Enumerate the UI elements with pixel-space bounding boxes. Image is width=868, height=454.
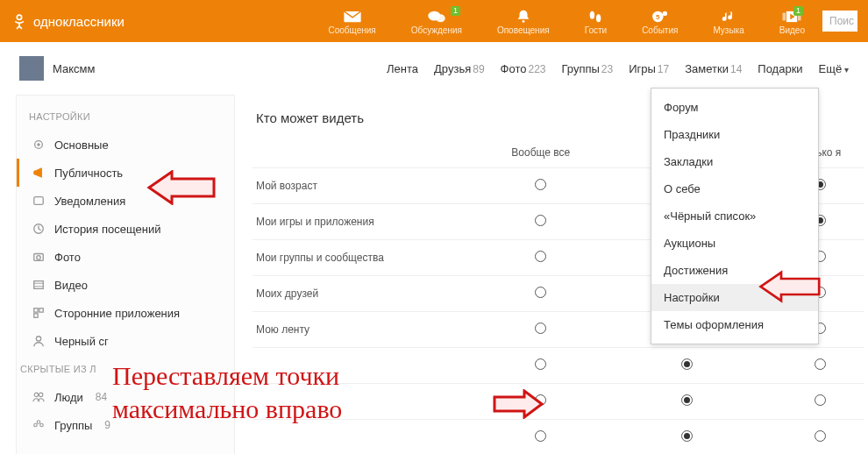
svg-point-0	[17, 15, 21, 19]
nav-events[interactable]: 5 События	[642, 10, 678, 35]
radio-option[interactable]	[815, 430, 826, 442]
radio-option[interactable]	[815, 358, 826, 370]
radio-option[interactable]	[535, 251, 546, 262]
brand-text: одноклассники	[33, 14, 125, 29]
tab-more[interactable]: Ещё	[819, 62, 849, 75]
dropdown-item[interactable]: Закладки	[651, 148, 818, 175]
sidebar-item-apps[interactable]: Сторонние приложения	[17, 299, 234, 327]
svg-point-9	[662, 11, 666, 16]
svg-point-23	[36, 337, 40, 341]
tab-groups[interactable]: Группы23	[562, 62, 614, 75]
sidebar-item-history[interactable]: История посещений	[17, 215, 234, 243]
radio-option[interactable]	[681, 394, 693, 406]
svg-point-26	[37, 421, 40, 424]
top-nav: Сообщения 1 Обсуждения Оповещения Гости …	[329, 7, 805, 35]
nav-messages[interactable]: Сообщения	[329, 10, 376, 35]
badge: 1	[793, 6, 803, 16]
radio-option[interactable]	[535, 215, 546, 226]
sidebar-item-basic[interactable]: Основные	[17, 131, 234, 159]
svg-rect-20	[34, 309, 38, 312]
nav-label: Музыка	[713, 25, 743, 35]
radio-option[interactable]	[681, 358, 693, 370]
svg-point-18	[37, 256, 40, 259]
svg-point-5	[590, 11, 594, 19]
radio-option[interactable]	[535, 179, 546, 190]
dropdown-item[interactable]: «Чёрный список»	[651, 202, 818, 230]
radio-option[interactable]	[535, 323, 546, 334]
svg-point-24	[34, 393, 38, 396]
nav-guests[interactable]: Гости	[585, 10, 607, 35]
dropdown-item[interactable]: Достижения	[651, 257, 818, 284]
dropdown-item[interactable]: О себе	[651, 175, 818, 202]
sidebar-item-notifications[interactable]: Уведомления	[17, 187, 234, 215]
user-tabs-row: Максмм Лента Друзья89 Фото223 Группы23 И…	[0, 42, 868, 95]
sidebar-item-blacklist[interactable]: Черный сг	[17, 327, 234, 355]
sidebar-item-photo[interactable]: Фото	[17, 243, 234, 271]
tab-feed[interactable]: Лента	[387, 62, 418, 75]
radio-option[interactable]	[535, 394, 546, 406]
dropdown-item[interactable]: Настройки	[651, 284, 818, 311]
profile-link[interactable]: Максмм	[19, 56, 95, 81]
user-name: Максмм	[53, 62, 95, 75]
sidebar-item-hidden-groups[interactable]: Группы9	[17, 411, 234, 439]
privacy-row-label	[253, 348, 483, 384]
sidebar-item-video[interactable]: Видео	[17, 271, 234, 299]
nav-label: Видео	[779, 25, 805, 35]
nav-label: Обсуждения	[411, 25, 462, 35]
groups-icon	[32, 418, 46, 432]
dropdown-item[interactable]: Аукционы	[651, 230, 818, 257]
search-input[interactable]: Поис	[822, 11, 857, 32]
tab-games[interactable]: Игры17	[629, 62, 669, 75]
dropdown-item[interactable]: Темы оформления	[651, 311, 818, 338]
radio-option[interactable]	[535, 430, 546, 442]
badge: 1	[451, 6, 460, 16]
svg-rect-22	[34, 314, 38, 317]
radio-option[interactable]	[535, 358, 546, 370]
nav-discussions[interactable]: 1 Обсуждения	[411, 10, 462, 35]
privacy-row-label	[253, 420, 483, 455]
privacy-row-label: Моих друзей	[253, 276, 483, 312]
privacy-row	[253, 348, 864, 384]
sidebar-item-publicity[interactable]: Публичность	[17, 159, 234, 187]
tab-friends[interactable]: Друзья89	[434, 62, 485, 75]
events-icon: 5	[651, 10, 670, 24]
privacy-row-label: Мои игры и приложения	[253, 204, 483, 240]
svg-point-4	[522, 20, 524, 23]
tab-notes[interactable]: Заметки14	[685, 62, 742, 75]
bell-icon	[514, 10, 533, 24]
nav-music[interactable]: Музыка	[713, 10, 743, 35]
sidebar-heading-2: СКРЫТЫЕ ИЗ Л	[17, 355, 234, 383]
svg-point-14	[38, 144, 40, 146]
megaphone-icon	[32, 166, 46, 180]
bell-small-icon	[32, 194, 46, 208]
privacy-row-label	[253, 384, 483, 420]
nav-notifications[interactable]: Оповещения	[497, 10, 550, 35]
dropdown-item[interactable]: Форум	[651, 94, 818, 121]
footsteps-icon	[586, 10, 605, 24]
brand[interactable]: одноклассники	[11, 12, 125, 30]
svg-rect-11	[783, 13, 786, 21]
nav-video[interactable]: 1 Видео	[779, 10, 805, 35]
tab-photo[interactable]: Фото223	[501, 62, 546, 75]
sidebar-heading: НАСТРОЙКИ	[17, 96, 234, 131]
svg-point-27	[34, 423, 38, 427]
more-dropdown: ФорумПраздникиЗакладкиО себе«Чёрный спис…	[651, 88, 819, 344]
radio-option[interactable]	[815, 394, 826, 406]
sidebar-item-hidden-people[interactable]: Люди84	[17, 383, 234, 411]
ok-logo-icon	[11, 12, 28, 30]
svg-rect-21	[39, 309, 43, 312]
nav-label: События	[642, 25, 678, 35]
camera-icon	[32, 250, 46, 264]
dropdown-item[interactable]: Праздники	[651, 121, 818, 148]
clock-icon	[32, 222, 46, 236]
svg-point-3	[436, 14, 445, 22]
tab-gifts[interactable]: Подарки	[758, 62, 802, 75]
radio-option[interactable]	[681, 430, 693, 442]
film-icon	[32, 278, 46, 292]
apps-icon	[32, 306, 46, 320]
envelope-icon	[343, 10, 362, 24]
profile-tabs: Лента Друзья89 Фото223 Группы23 Игры17 З…	[387, 62, 849, 75]
radio-option[interactable]	[535, 287, 546, 298]
nav-label: Гости	[585, 25, 607, 35]
people-icon	[32, 390, 46, 404]
